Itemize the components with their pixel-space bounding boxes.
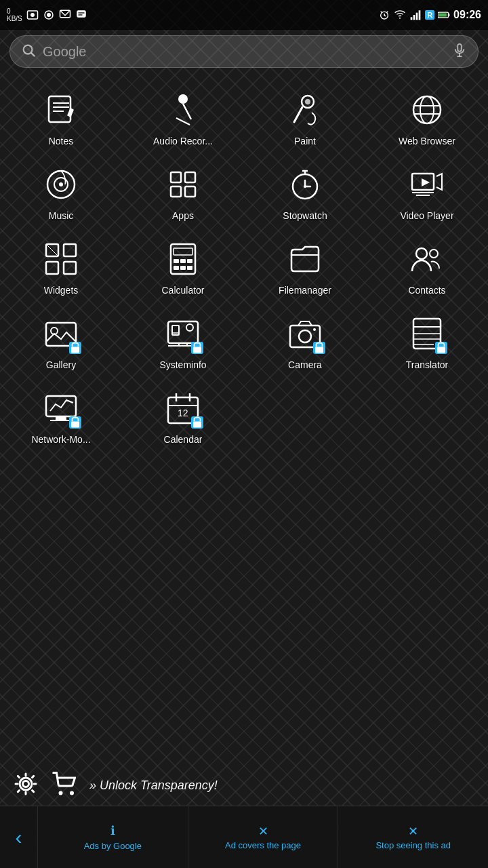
lock-badge-translator — [435, 342, 447, 354]
svg-rect-64 — [187, 259, 192, 263]
svg-line-10 — [386, 12, 388, 13]
stop-seeing-ad-label: Stop seeing this ad — [375, 840, 451, 850]
status-bar: 0KB/S R — [0, 0, 488, 30]
ads-by-google-section[interactable]: ℹ Ads by Google — [38, 806, 188, 868]
ad-back-button[interactable]: ‹ — [0, 806, 38, 868]
camera-icon — [283, 312, 327, 355]
music-label: Music — [49, 210, 74, 221]
app-widgets[interactable]: Widgets — [0, 229, 122, 304]
app-calendar[interactable]: 12 Calendar — [122, 378, 244, 453]
notes-label: Notes — [49, 136, 74, 146]
audio-recorder-label: Audio Recor... — [153, 136, 213, 146]
svg-rect-56 — [46, 262, 58, 274]
svg-rect-57 — [64, 244, 76, 256]
bottom-toolbar: » Unlock Transparency! — [0, 765, 488, 806]
svg-rect-15 — [419, 10, 421, 20]
ad-covers-page-section[interactable]: ✕ Ad covers the page — [188, 806, 339, 868]
svg-point-35 — [420, 96, 434, 123]
svg-rect-95 — [71, 422, 79, 428]
lock-badge-calendar — [191, 416, 203, 429]
svg-rect-41 — [171, 172, 181, 182]
search-placeholder: Google — [43, 44, 452, 60]
svg-rect-91 — [437, 347, 445, 353]
svg-rect-101 — [193, 422, 201, 428]
svg-rect-21 — [458, 44, 462, 52]
app-calculator[interactable]: Calculator — [122, 229, 244, 304]
stop-seeing-ad-section[interactable]: ✕ Stop seeing this ad — [338, 806, 488, 868]
svg-point-50 — [304, 185, 306, 188]
cart-icon[interactable] — [52, 772, 79, 799]
app-video-player[interactable]: Video Player — [366, 155, 488, 229]
alarm-icon — [378, 9, 390, 21]
svg-rect-6 — [78, 12, 84, 14]
contacts-label: Contacts — [408, 285, 445, 296]
svg-rect-81 — [193, 347, 201, 353]
svg-rect-65 — [174, 266, 179, 270]
search-bar[interactable]: Google — [9, 35, 479, 68]
svg-rect-67 — [187, 266, 192, 270]
svg-point-69 — [416, 248, 427, 259]
web-browser-label: Web Browser — [399, 136, 455, 146]
svg-rect-44 — [185, 186, 195, 197]
svg-rect-43 — [171, 186, 181, 197]
translator-icon — [405, 312, 449, 355]
gallery-icon — [39, 312, 83, 355]
systeminfo-icon — [161, 312, 205, 355]
lock-badge-network — [69, 416, 81, 429]
app-translator[interactable]: Translator — [366, 304, 488, 378]
svg-point-40 — [59, 182, 63, 186]
battery-icon — [438, 9, 450, 21]
app-web-browser[interactable]: Web Browser — [366, 80, 488, 155]
svg-line-9 — [381, 12, 382, 13]
svg-rect-17 — [439, 13, 447, 16]
calculator-icon — [161, 237, 205, 281]
close-icon-1: ✕ — [258, 824, 268, 839]
app-audio-recorder[interactable]: Audio Recor... — [122, 80, 244, 155]
video-player-label: Video Player — [400, 210, 453, 221]
apps-icon — [161, 163, 205, 206]
app-camera[interactable]: Camera — [244, 304, 366, 378]
close-icon-2: ✕ — [408, 824, 418, 839]
svg-point-1 — [30, 13, 35, 17]
back-arrow-icon: ‹ — [16, 826, 22, 849]
svg-line-30 — [176, 118, 190, 125]
svg-point-33 — [305, 99, 310, 104]
svg-rect-42 — [185, 172, 195, 182]
unlock-transparency-text[interactable]: » Unlock Transparency! — [89, 778, 218, 793]
app-music[interactable]: Music — [0, 155, 122, 229]
svg-rect-58 — [64, 262, 76, 274]
web-browser-icon — [405, 88, 449, 132]
svg-point-83 — [299, 330, 311, 342]
calendar-icon: 12 — [161, 387, 205, 430]
status-left: 0KB/S — [7, 7, 87, 22]
app-systeminfo[interactable]: Systeminfo — [122, 304, 244, 378]
app-notes[interactable]: Notes — [0, 80, 122, 155]
svg-rect-63 — [180, 259, 186, 263]
app-stopwatch[interactable]: Stopwatch — [244, 155, 366, 229]
app-contacts[interactable]: Contacts — [366, 229, 488, 304]
svg-marker-54 — [422, 178, 430, 186]
mic-icon[interactable] — [452, 43, 467, 60]
app-gallery[interactable]: Gallery — [0, 304, 122, 378]
status-right: R 09:26 — [378, 9, 481, 21]
svg-point-102 — [23, 781, 29, 787]
app-apps[interactable]: Apps — [122, 155, 244, 229]
widgets-label: Widgets — [44, 285, 79, 296]
roaming-badge: R — [425, 10, 434, 20]
svg-rect-18 — [449, 14, 450, 16]
settings-icon[interactable] — [14, 772, 41, 799]
svg-rect-85 — [315, 347, 323, 353]
svg-text:12: 12 — [178, 408, 188, 418]
app-paint[interactable]: Paint — [244, 80, 366, 155]
svg-rect-13 — [413, 15, 415, 20]
record-icon — [43, 9, 55, 21]
info-icon: ℹ — [110, 823, 115, 838]
contacts-icon — [405, 237, 449, 281]
clock: 09:26 — [453, 9, 481, 21]
app-network-monitor[interactable]: Network-Mo... — [0, 378, 122, 453]
lock-badge — [69, 342, 81, 354]
svg-rect-62 — [174, 259, 179, 263]
svg-point-104 — [60, 792, 62, 794]
app-filemanager[interactable]: Filemanager — [244, 229, 366, 304]
search-icon — [21, 43, 36, 60]
